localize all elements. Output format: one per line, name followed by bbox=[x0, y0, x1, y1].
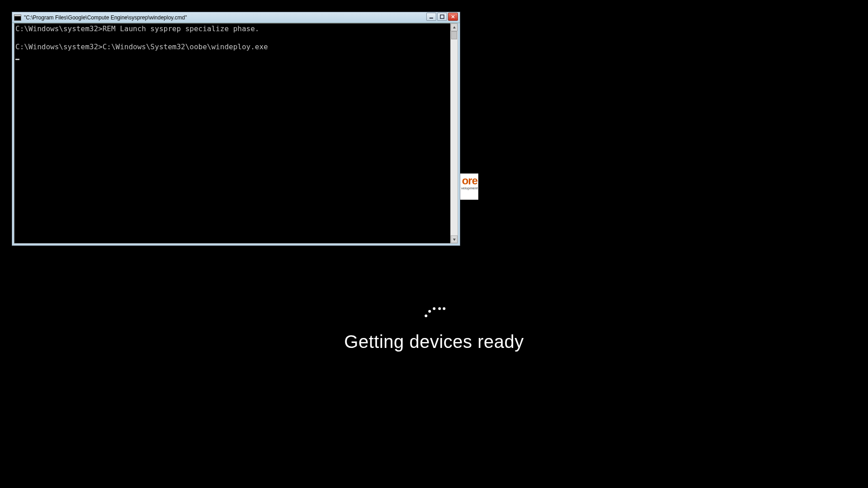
console-output[interactable]: C:\Windows\system32>REM Launch sysprep s… bbox=[14, 23, 450, 244]
svg-marker-4 bbox=[453, 26, 456, 28]
scroll-down-button[interactable] bbox=[451, 235, 458, 243]
cmd-icon bbox=[14, 14, 21, 21]
svg-rect-1 bbox=[440, 15, 444, 19]
watermark-fragment-top: ore bbox=[461, 175, 477, 186]
minimize-button[interactable] bbox=[426, 13, 436, 21]
close-button[interactable] bbox=[448, 13, 458, 21]
window-title: "C:\Program Files\Google\Compute Engine\… bbox=[24, 14, 426, 21]
background-watermark: ore velopment bbox=[460, 174, 478, 200]
scroll-up-button[interactable] bbox=[451, 23, 458, 31]
svg-marker-5 bbox=[453, 239, 456, 241]
maximize-button[interactable] bbox=[437, 13, 447, 21]
svg-rect-0 bbox=[429, 18, 433, 19]
command-prompt-window[interactable]: "C:\Program Files\Google\Compute Engine\… bbox=[12, 12, 460, 246]
window-controls bbox=[426, 12, 460, 23]
watermark-fragment-bottom: velopment bbox=[461, 186, 477, 191]
oobe-message: Getting devices ready bbox=[344, 332, 524, 352]
window-client-area: C:\Windows\system32>REM Launch sysprep s… bbox=[14, 23, 458, 244]
cursor bbox=[15, 59, 19, 60]
loading-spinner-icon bbox=[423, 303, 445, 321]
scrollbar-thumb[interactable] bbox=[451, 31, 457, 39]
scrollbar-track[interactable] bbox=[451, 31, 458, 235]
vertical-scrollbar[interactable] bbox=[450, 23, 458, 244]
oobe-status: Getting devices ready bbox=[344, 303, 524, 352]
titlebar[interactable]: "C:\Program Files\Google\Compute Engine\… bbox=[12, 12, 460, 23]
